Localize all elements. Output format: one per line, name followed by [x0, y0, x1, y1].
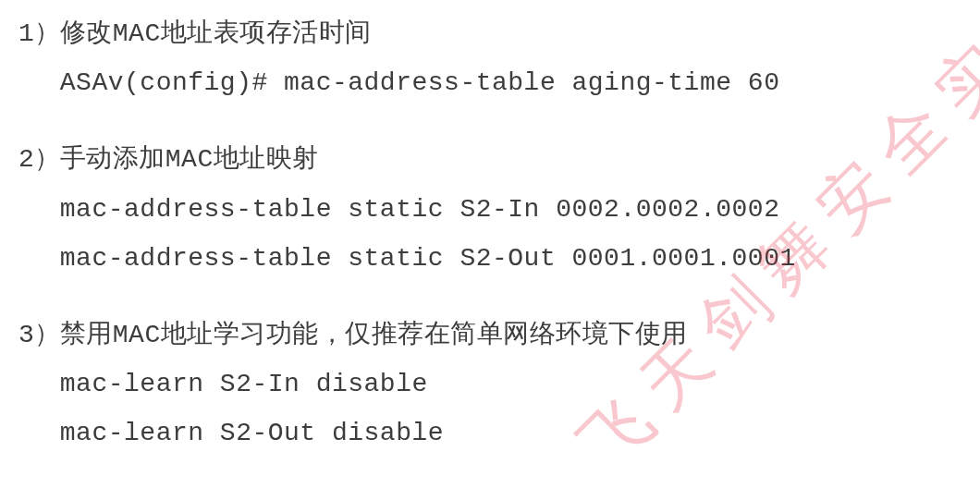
item-content: 禁用MAC地址学习功能，仅推荐在简单网络环境下使用 mac-learn S2-I…	[60, 311, 962, 458]
list-item-3: 3） 禁用MAC地址学习功能，仅推荐在简单网络环境下使用 mac-learn S…	[18, 311, 962, 458]
item-number: 2）	[18, 135, 60, 283]
item-title: 手动添加MAC地址映射	[60, 135, 962, 184]
item-number: 1）	[18, 9, 60, 107]
command-line: mac-learn S2-In disable	[60, 360, 962, 409]
item-number: 3）	[18, 311, 60, 458]
command-line: ASAv(config)# mac-address-table aging-ti…	[60, 58, 962, 107]
item-content: 修改MAC地址表项存活时间 ASAv(config)# mac-address-…	[60, 9, 962, 107]
command-line: mac-learn S2-Out disable	[60, 409, 962, 457]
list-item-2: 2） 手动添加MAC地址映射 mac-address-table static …	[18, 135, 962, 283]
item-title: 修改MAC地址表项存活时间	[60, 9, 962, 58]
command-line: mac-address-table static S2-Out 0001.000…	[60, 234, 962, 283]
command-line: mac-address-table static S2-In 0002.0002…	[60, 185, 962, 234]
item-title: 禁用MAC地址学习功能，仅推荐在简单网络环境下使用	[60, 311, 962, 360]
list-item-1: 1） 修改MAC地址表项存活时间 ASAv(config)# mac-addre…	[18, 9, 962, 107]
item-content: 手动添加MAC地址映射 mac-address-table static S2-…	[60, 135, 962, 283]
